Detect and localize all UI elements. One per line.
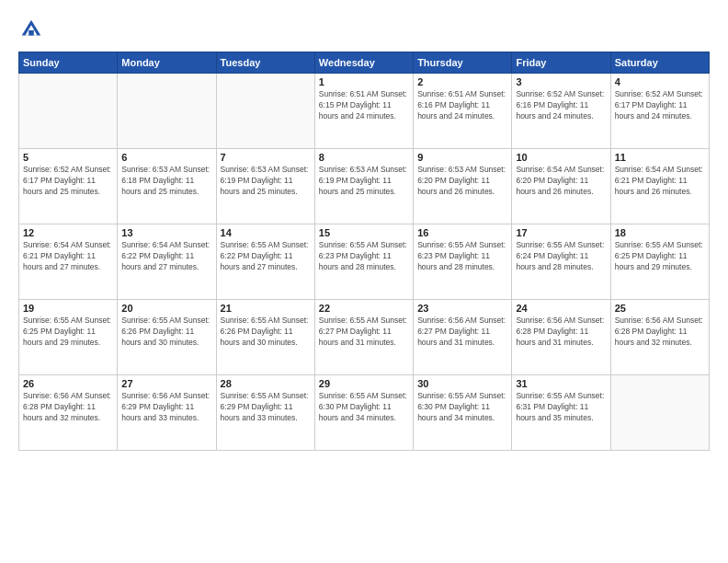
calendar-cell: 31Sunrise: 6:55 AM Sunset: 6:31 PM Dayli… — [512, 375, 610, 451]
day-info: Sunrise: 6:56 AM Sunset: 6:28 PM Dayligh… — [516, 316, 606, 349]
day-info: Sunrise: 6:52 AM Sunset: 6:17 PM Dayligh… — [23, 165, 113, 198]
weekday-header-row: SundayMondayTuesdayWednesdayThursdayFrid… — [19, 52, 710, 74]
weekday-header-sunday: Sunday — [19, 52, 118, 74]
week-row-1: 1Sunrise: 6:51 AM Sunset: 6:15 PM Daylig… — [19, 74, 710, 149]
day-info: Sunrise: 6:55 AM Sunset: 6:26 PM Dayligh… — [221, 316, 311, 349]
weekday-header-monday: Monday — [118, 52, 216, 74]
calendar-cell: 14Sunrise: 6:55 AM Sunset: 6:22 PM Dayli… — [216, 224, 314, 300]
calendar-cell: 11Sunrise: 6:54 AM Sunset: 6:21 PM Dayli… — [610, 149, 709, 224]
calendar-cell: 25Sunrise: 6:56 AM Sunset: 6:28 PM Dayli… — [610, 300, 709, 375]
day-info: Sunrise: 6:55 AM Sunset: 6:23 PM Dayligh… — [319, 240, 409, 273]
day-info: Sunrise: 6:51 AM Sunset: 6:16 PM Dayligh… — [417, 89, 507, 122]
weekday-header-thursday: Thursday — [414, 52, 512, 74]
calendar-cell: 22Sunrise: 6:55 AM Sunset: 6:27 PM Dayli… — [314, 300, 413, 375]
calendar-cell: 23Sunrise: 6:56 AM Sunset: 6:27 PM Dayli… — [414, 300, 512, 375]
day-number: 2 — [417, 76, 507, 87]
calendar-cell: 13Sunrise: 6:54 AM Sunset: 6:22 PM Dayli… — [118, 224, 216, 300]
day-info: Sunrise: 6:56 AM Sunset: 6:28 PM Dayligh… — [615, 316, 705, 349]
day-number: 16 — [417, 227, 507, 238]
calendar-cell: 21Sunrise: 6:55 AM Sunset: 6:26 PM Dayli… — [216, 300, 314, 375]
day-number: 9 — [417, 152, 507, 163]
day-number: 21 — [221, 303, 311, 314]
day-info: Sunrise: 6:55 AM Sunset: 6:30 PM Dayligh… — [417, 391, 507, 424]
logo-icon — [18, 17, 44, 42]
calendar-cell: 12Sunrise: 6:54 AM Sunset: 6:21 PM Dayli… — [19, 224, 118, 300]
day-info: Sunrise: 6:56 AM Sunset: 6:29 PM Dayligh… — [121, 391, 211, 424]
calendar-cell — [216, 74, 314, 149]
calendar-cell: 8Sunrise: 6:53 AM Sunset: 6:19 PM Daylig… — [314, 149, 413, 224]
calendar-cell: 28Sunrise: 6:55 AM Sunset: 6:29 PM Dayli… — [216, 375, 314, 451]
svg-rect-2 — [28, 30, 34, 36]
calendar-cell: 9Sunrise: 6:53 AM Sunset: 6:20 PM Daylig… — [414, 149, 512, 224]
day-info: Sunrise: 6:54 AM Sunset: 6:21 PM Dayligh… — [23, 240, 113, 273]
calendar-cell: 29Sunrise: 6:55 AM Sunset: 6:30 PM Dayli… — [314, 375, 413, 451]
day-info: Sunrise: 6:53 AM Sunset: 6:20 PM Dayligh… — [417, 165, 507, 198]
day-info: Sunrise: 6:53 AM Sunset: 6:19 PM Dayligh… — [319, 165, 409, 198]
day-info: Sunrise: 6:55 AM Sunset: 6:24 PM Dayligh… — [516, 240, 606, 273]
day-number: 18 — [615, 227, 705, 238]
day-number: 4 — [615, 76, 705, 87]
calendar-cell — [118, 74, 216, 149]
day-info: Sunrise: 6:54 AM Sunset: 6:20 PM Dayligh… — [516, 165, 606, 198]
week-row-4: 19Sunrise: 6:55 AM Sunset: 6:25 PM Dayli… — [19, 300, 710, 375]
day-number: 26 — [23, 378, 113, 389]
day-number: 10 — [516, 152, 606, 163]
day-info: Sunrise: 6:53 AM Sunset: 6:18 PM Dayligh… — [121, 165, 211, 198]
calendar-cell: 4Sunrise: 6:52 AM Sunset: 6:17 PM Daylig… — [610, 74, 709, 149]
day-info: Sunrise: 6:52 AM Sunset: 6:17 PM Dayligh… — [615, 89, 705, 122]
calendar-cell: 15Sunrise: 6:55 AM Sunset: 6:23 PM Dayli… — [314, 224, 413, 300]
day-number: 13 — [121, 227, 211, 238]
day-number: 24 — [516, 303, 606, 314]
day-number: 29 — [319, 378, 409, 389]
week-row-3: 12Sunrise: 6:54 AM Sunset: 6:21 PM Dayli… — [19, 224, 710, 300]
week-row-5: 26Sunrise: 6:56 AM Sunset: 6:28 PM Dayli… — [19, 375, 710, 451]
calendar-cell: 7Sunrise: 6:53 AM Sunset: 6:19 PM Daylig… — [216, 149, 314, 224]
calendar-table: SundayMondayTuesdayWednesdayThursdayFrid… — [18, 52, 710, 451]
week-row-2: 5Sunrise: 6:52 AM Sunset: 6:17 PM Daylig… — [19, 149, 710, 224]
day-info: Sunrise: 6:56 AM Sunset: 6:28 PM Dayligh… — [23, 391, 113, 424]
day-info: Sunrise: 6:55 AM Sunset: 6:25 PM Dayligh… — [615, 240, 705, 273]
day-info: Sunrise: 6:53 AM Sunset: 6:19 PM Dayligh… — [221, 165, 311, 198]
calendar-cell: 20Sunrise: 6:55 AM Sunset: 6:26 PM Dayli… — [118, 300, 216, 375]
calendar-cell: 18Sunrise: 6:55 AM Sunset: 6:25 PM Dayli… — [610, 224, 709, 300]
day-number: 22 — [319, 303, 409, 314]
day-number: 8 — [319, 152, 409, 163]
day-info: Sunrise: 6:51 AM Sunset: 6:15 PM Dayligh… — [319, 89, 409, 122]
day-number: 5 — [23, 152, 113, 163]
day-number: 30 — [417, 378, 507, 389]
calendar-cell: 24Sunrise: 6:56 AM Sunset: 6:28 PM Dayli… — [512, 300, 610, 375]
day-info: Sunrise: 6:52 AM Sunset: 6:16 PM Dayligh… — [516, 89, 606, 122]
day-number: 27 — [121, 378, 211, 389]
calendar-cell: 26Sunrise: 6:56 AM Sunset: 6:28 PM Dayli… — [19, 375, 118, 451]
calendar-page: SundayMondayTuesdayWednesdayThursdayFrid… — [0, 0, 728, 563]
day-number: 11 — [615, 152, 705, 163]
day-info: Sunrise: 6:55 AM Sunset: 6:29 PM Dayligh… — [221, 391, 311, 424]
logo — [18, 17, 48, 42]
calendar-cell: 3Sunrise: 6:52 AM Sunset: 6:16 PM Daylig… — [512, 74, 610, 149]
day-number: 17 — [516, 227, 606, 238]
day-number: 1 — [319, 76, 409, 87]
calendar-cell — [19, 74, 118, 149]
calendar-cell: 10Sunrise: 6:54 AM Sunset: 6:20 PM Dayli… — [512, 149, 610, 224]
day-number: 19 — [23, 303, 113, 314]
weekday-header-friday: Friday — [512, 52, 610, 74]
calendar-cell: 1Sunrise: 6:51 AM Sunset: 6:15 PM Daylig… — [314, 74, 413, 149]
header — [18, 17, 710, 42]
day-info: Sunrise: 6:55 AM Sunset: 6:25 PM Dayligh… — [23, 316, 113, 349]
calendar-cell: 19Sunrise: 6:55 AM Sunset: 6:25 PM Dayli… — [19, 300, 118, 375]
calendar-cell: 6Sunrise: 6:53 AM Sunset: 6:18 PM Daylig… — [118, 149, 216, 224]
day-info: Sunrise: 6:55 AM Sunset: 6:27 PM Dayligh… — [319, 316, 409, 349]
day-info: Sunrise: 6:55 AM Sunset: 6:26 PM Dayligh… — [121, 316, 211, 349]
calendar-cell: 16Sunrise: 6:55 AM Sunset: 6:23 PM Dayli… — [414, 224, 512, 300]
day-number: 3 — [516, 76, 606, 87]
weekday-header-saturday: Saturday — [610, 52, 709, 74]
day-number: 12 — [23, 227, 113, 238]
day-info: Sunrise: 6:55 AM Sunset: 6:22 PM Dayligh… — [221, 240, 311, 273]
day-number: 6 — [121, 152, 211, 163]
day-number: 15 — [319, 227, 409, 238]
weekday-header-wednesday: Wednesday — [314, 52, 413, 74]
calendar-cell: 30Sunrise: 6:55 AM Sunset: 6:30 PM Dayli… — [414, 375, 512, 451]
day-info: Sunrise: 6:54 AM Sunset: 6:21 PM Dayligh… — [615, 165, 705, 198]
day-number: 14 — [221, 227, 311, 238]
day-info: Sunrise: 6:55 AM Sunset: 6:31 PM Dayligh… — [516, 391, 606, 424]
